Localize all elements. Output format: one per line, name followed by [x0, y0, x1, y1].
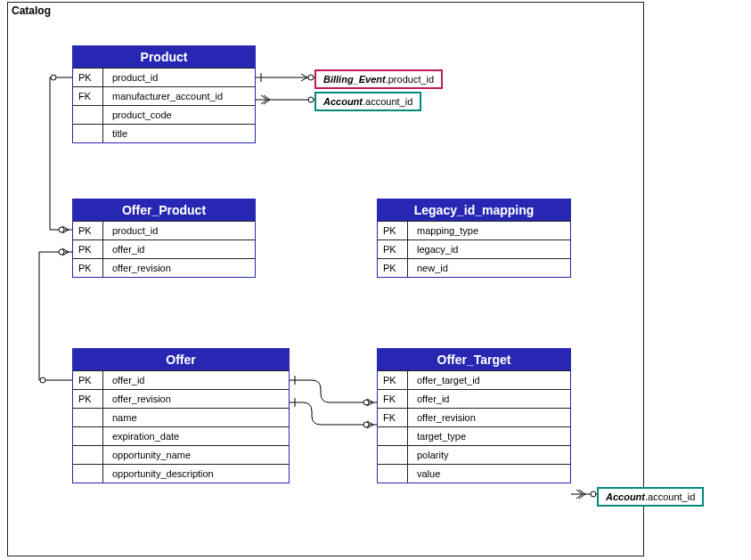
entity-offer-product: Offer_Product PKproduct_id PKoffer_id PK…: [72, 199, 256, 278]
extref-field: .product_id: [386, 74, 434, 85]
field-cell: product_code: [103, 106, 255, 124]
field-cell: opportunity_name: [103, 446, 289, 464]
key-cell: PK: [378, 222, 408, 239]
key-cell: PK: [73, 371, 103, 389]
entity-offer: Offer PKoffer_id PKoffer_revision name e…: [72, 348, 290, 483]
extref-entity: Account: [606, 491, 645, 502]
field-cell: offer_revision: [408, 409, 570, 426]
key-cell: PK: [378, 259, 408, 277]
key-cell: [73, 106, 103, 124]
field-cell: offer_revision: [103, 390, 289, 408]
key-cell: [73, 427, 103, 445]
entity-header: Offer_Target: [378, 349, 570, 370]
field-cell: offer_target_id: [408, 371, 570, 389]
entity-header: Product: [73, 46, 255, 68]
extref-account-top: Account.account_id: [314, 92, 421, 111]
field-cell: name: [103, 409, 289, 426]
entity-product: Product PKproduct_id FKmanufacturer_acco…: [72, 45, 256, 143]
key-cell: PK: [378, 371, 408, 389]
field-cell: offer_id: [408, 390, 570, 408]
field-cell: new_id: [408, 259, 570, 277]
entity-header: Offer: [73, 349, 289, 370]
field-cell: expiration_date: [103, 427, 289, 445]
key-cell: PK: [73, 390, 103, 408]
extref-field: .account_id: [645, 491, 695, 502]
key-cell: FK: [73, 87, 103, 105]
field-cell: title: [103, 125, 255, 142]
key-cell: [378, 446, 408, 464]
key-cell: [378, 427, 408, 445]
extref-account-bottom: Account.account_id: [597, 487, 704, 507]
key-cell: PK: [73, 69, 103, 86]
key-cell: PK: [73, 259, 103, 277]
field-cell: offer_id: [103, 371, 289, 389]
extref-entity: Account: [323, 96, 363, 107]
field-cell: offer_id: [103, 240, 255, 258]
field-cell: offer_revision: [103, 259, 255, 277]
extref-billing-event: Billing_Event.product_id: [314, 69, 443, 89]
key-cell: [73, 446, 103, 464]
field-cell: manufacturer_account_id: [103, 87, 255, 105]
package-title: Catalog: [12, 4, 51, 17]
entity-header: Legacy_id_mapping: [378, 199, 570, 221]
key-cell: PK: [73, 222, 103, 239]
extref-field: .account_id: [363, 96, 412, 107]
key-cell: PK: [73, 240, 103, 258]
key-cell: [73, 465, 103, 483]
diagram-canvas: Catalog Product PKproduct_id FKmanufactu…: [0, 0, 751, 560]
field-cell: polarity: [408, 446, 570, 464]
field-cell: mapping_type: [408, 222, 570, 239]
field-cell: opportunity_description: [103, 465, 289, 483]
field-cell: value: [408, 465, 570, 483]
key-cell: [73, 409, 103, 426]
entity-offer-target: Offer_Target PKoffer_target_id FKoffer_i…: [377, 348, 571, 483]
entity-header: Offer_Product: [73, 199, 255, 221]
field-cell: product_id: [103, 69, 255, 86]
extref-entity: Billing_Event: [323, 74, 386, 85]
field-cell: product_id: [103, 222, 255, 239]
entity-legacy-id-mapping: Legacy_id_mapping PKmapping_type PKlegac…: [377, 199, 571, 278]
key-cell: [73, 125, 103, 142]
key-cell: FK: [378, 409, 408, 426]
key-cell: [378, 465, 408, 483]
key-cell: FK: [378, 390, 408, 408]
field-cell: target_type: [408, 427, 570, 445]
field-cell: legacy_id: [408, 240, 570, 258]
key-cell: PK: [378, 240, 408, 258]
